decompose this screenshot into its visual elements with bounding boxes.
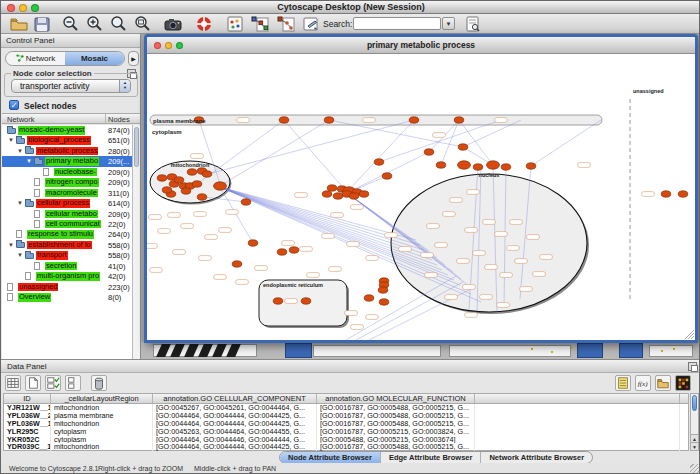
tab-mosaic[interactable]: Mosaic: [65, 52, 124, 65]
table-row[interactable]: YKR052Ccytoplasm[GO:0044464, GO:0044446,…: [4, 436, 688, 444]
tree-node-label[interactable]: metabolic process: [36, 147, 98, 156]
tree-row[interactable]: mosaic-demo-yeast874(0): [2, 125, 140, 135]
column-header[interactable]: [475, 394, 680, 403]
select-attributes-icon[interactable]: [45, 375, 61, 391]
node-color-dropdown[interactable]: transporter activity ▲▼: [11, 79, 131, 93]
tree-row[interactable]: macromolecule311(0): [2, 188, 140, 198]
tab-network[interactable]: Network: [6, 52, 65, 65]
column-header[interactable]: annotation.GO CELLULAR_COMPONENT: [153, 394, 317, 403]
tab-edge-attribute-browser[interactable]: Edge Attribute Browser: [381, 452, 481, 463]
tree-node-label[interactable]: primary metabo: [45, 157, 99, 166]
function-builder-icon[interactable]: f(x): [635, 375, 651, 391]
folder-icon: [25, 148, 34, 154]
tree-node-label[interactable]: mosaic-demo-yeast: [18, 126, 85, 135]
tree-row[interactable]: cell communicat22(0): [2, 219, 140, 229]
help-icon[interactable]: [194, 15, 214, 33]
attribute-batch-icon[interactable]: [615, 375, 631, 391]
table-row[interactable]: YPL036W__2plasma membrane[GO:0044464, GO…: [4, 412, 688, 420]
tree-row[interactable]: secretion41(0): [2, 261, 140, 271]
node-count: 264(0): [108, 230, 130, 239]
column-header[interactable]: annotation.GO MOLECULAR_FUNCTION: [317, 394, 475, 403]
column-header[interactable]: ID: [4, 394, 51, 403]
network-canvas[interactable]: plasma membranecytoplasmmitochondrionnuc…: [147, 54, 695, 340]
search-options-icon[interactable]: [463, 15, 483, 33]
tree-node-label[interactable]: unassigned: [18, 283, 58, 292]
tree-node-label[interactable]: establishment of lo: [27, 241, 92, 250]
tree-row[interactable]: multi-organism pro42(0): [2, 271, 140, 281]
tree-node-label[interactable]: cell communicat: [45, 220, 101, 229]
expander-icon[interactable]: ▼: [8, 240, 14, 250]
tree-node-label[interactable]: cellular process: [36, 199, 90, 208]
expander-icon[interactable]: ▼: [17, 146, 23, 156]
tree-row[interactable]: unassigned223(0): [2, 282, 140, 292]
tree-node-label[interactable]: cellular metabo: [45, 210, 98, 219]
search-dropdown-icon[interactable]: ▼: [442, 17, 455, 30]
layout-grid-icon[interactable]: [225, 15, 245, 33]
open-session-icon[interactable]: [9, 15, 29, 33]
unselect-attributes-icon[interactable]: [65, 375, 81, 391]
zoom-fit-icon[interactable]: [133, 15, 153, 33]
tree-row[interactable]: ▼biological_process651(0): [2, 135, 140, 145]
network-view-window[interactable]: primary metabolic process plasma membran…: [144, 34, 698, 343]
node-count: 558(0): [108, 251, 130, 260]
expander-icon[interactable]: ▼: [8, 135, 14, 145]
expander-icon[interactable]: ▼: [26, 156, 32, 166]
tree-node-label[interactable]: Overview: [18, 293, 51, 302]
tree-node-label[interactable]: nucleobase-: [54, 168, 97, 177]
tree-row[interactable]: nitrogen compo209(0): [2, 177, 140, 187]
column-header[interactable]: _cellularLayoutRegion: [51, 394, 153, 403]
zoom-out-icon[interactable]: [61, 15, 81, 33]
tree-node-label[interactable]: macromolecule: [45, 189, 98, 198]
svg-text:f(x): f(x): [638, 380, 648, 388]
expander-icon[interactable]: ▼: [17, 250, 23, 260]
annotation-icon[interactable]: [301, 15, 321, 33]
tab-node-attribute-browser[interactable]: Node Attribute Browser: [280, 452, 381, 463]
table-cell: YKR052C: [4, 436, 51, 444]
tree-row[interactable]: cellular metabo209(0): [2, 209, 140, 219]
tab-network-attribute-browser[interactable]: Network Attribute Browser: [481, 452, 592, 463]
import-attributes-icon[interactable]: [655, 375, 671, 391]
resize-grip[interactable]: [690, 464, 700, 474]
tree-row[interactable]: response to stimulu264(0): [2, 229, 140, 239]
tree-row[interactable]: ▼cellular process614(0): [2, 198, 140, 208]
tree-scrollbar-thumb[interactable]: [134, 127, 139, 167]
table-scrollbar[interactable]: ▲ ▼: [690, 393, 699, 451]
zoom-selected-icon[interactable]: [109, 15, 129, 33]
tree-node-label[interactable]: transport: [36, 251, 68, 260]
tree-node-label[interactable]: biological_process: [27, 136, 91, 145]
tree-row[interactable]: ▼transport558(0): [2, 250, 140, 260]
tree-col-nodes[interactable]: Nodes: [108, 115, 130, 124]
export-image-icon[interactable]: [163, 15, 183, 33]
layout-network-blue-icon[interactable]: [249, 15, 269, 33]
select-nodes-checkbox[interactable]: ✓: [9, 100, 19, 110]
table-cell: plasma membrane: [51, 412, 153, 420]
tree-node-label[interactable]: secretion: [45, 262, 77, 271]
scroll-down-icon[interactable]: ▼: [691, 442, 698, 450]
tree-node-label[interactable]: nitrogen compo: [45, 178, 99, 187]
table-row[interactable]: YLR295Ccytoplasm[GO:0045263, GO:0044464,…: [4, 428, 688, 436]
tree-row[interactable]: nucleobase-209(0): [2, 167, 140, 177]
zoom-in-icon[interactable]: [85, 15, 105, 33]
tree-node-label[interactable]: response to stimulu: [27, 230, 94, 239]
tree-row[interactable]: Overview8(0): [2, 292, 140, 302]
layout-network-red-icon[interactable]: [275, 15, 295, 33]
tab-overflow-button[interactable]: ▶: [128, 51, 139, 66]
table-row[interactable]: YPL036W__1mitochondrion[GO:0044464, GO:0…: [4, 420, 688, 428]
table-row[interactable]: YJR121W__1mitochondrion[GO:0045267, GO:0…: [4, 404, 688, 412]
search-input[interactable]: [353, 17, 441, 30]
file-icon: [34, 178, 40, 186]
attribute-matrix-icon[interactable]: [675, 375, 691, 391]
tree-col-network[interactable]: Network: [7, 115, 35, 124]
scroll-up-icon[interactable]: ▲: [691, 434, 698, 442]
delete-attribute-icon[interactable]: [91, 375, 107, 391]
tree-row[interactable]: ▼establishment of lo558(0): [2, 240, 140, 250]
tree-row[interactable]: ▼metabolic process280(0): [2, 146, 140, 156]
create-attribute-icon[interactable]: [25, 375, 41, 391]
float-data-panel-icon[interactable]: [688, 362, 697, 371]
tree-row[interactable]: ▼primary metabo209(...: [2, 156, 140, 166]
save-session-icon[interactable]: [32, 15, 52, 33]
expander-icon[interactable]: ▼: [17, 198, 23, 208]
tree-node-label[interactable]: multi-organism pro: [36, 272, 100, 281]
attribute-table-icon[interactable]: [5, 375, 21, 391]
table-scrollbar-thumb[interactable]: [692, 395, 697, 411]
